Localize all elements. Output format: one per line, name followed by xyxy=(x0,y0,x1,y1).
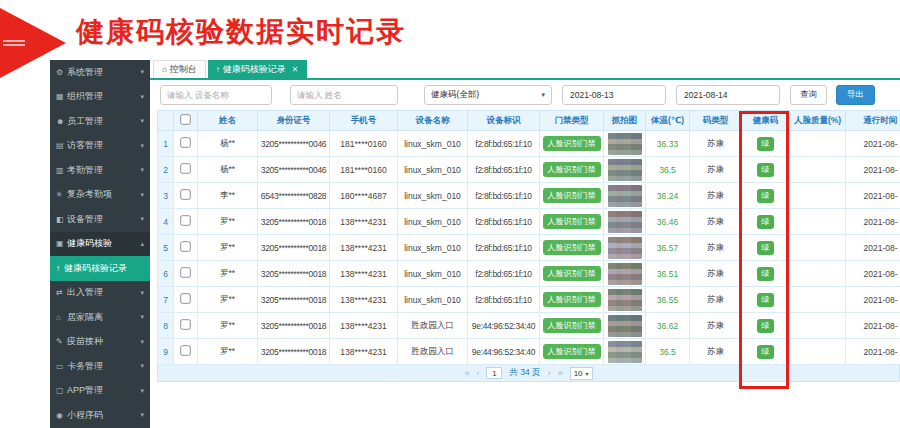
snapshot-image[interactable] xyxy=(608,185,642,207)
health-code-badge[interactable]: 绿 xyxy=(757,345,774,359)
page-size-select[interactable]: 10 ▾ xyxy=(570,367,593,380)
table-row: 1杨**3205**********0046181****0160linux_s… xyxy=(158,131,900,157)
cell-snapshot xyxy=(604,261,646,287)
row-checkbox-cell xyxy=(174,235,198,261)
row-checkbox[interactable] xyxy=(180,163,190,173)
health-code-badge[interactable]: 绿 xyxy=(757,189,774,203)
row-checkbox-cell xyxy=(174,131,198,157)
gate-type-button[interactable]: 人脸识别门禁 xyxy=(543,344,601,359)
last-page-button[interactable]: » xyxy=(558,368,563,378)
health-code-badge[interactable]: 绿 xyxy=(757,293,774,307)
sidebar-item-小程序码[interactable]: ◉小程序码▾ xyxy=(50,403,150,428)
header-通行时间: 通行时间 xyxy=(846,111,900,131)
row-checkbox[interactable] xyxy=(180,345,190,355)
row-checkbox[interactable] xyxy=(180,189,190,199)
row-checkbox[interactable] xyxy=(180,215,190,225)
sidebar-item-居家隔离[interactable]: ⌂居家隔离▾ xyxy=(50,305,150,330)
snapshot-image[interactable] xyxy=(608,289,642,311)
select-all-checkbox[interactable] xyxy=(180,114,190,124)
app-icon: ▢ xyxy=(56,386,67,395)
date-from-input[interactable]: 2021-08-13 xyxy=(562,85,666,105)
device-icon: ◧ xyxy=(56,215,67,224)
sidebar-item-APP管理[interactable]: ▢APP管理▾ xyxy=(50,379,150,404)
cell-id-number: 3205**********0018 xyxy=(258,209,330,235)
tab-health-record[interactable]: ↑ 健康码核验记录 ✕ xyxy=(208,60,307,78)
tab-health-record-label: 健康码核验记录 xyxy=(223,63,286,76)
page-number-input[interactable] xyxy=(486,367,502,379)
sidebar-item-设备管理[interactable]: ◧设备管理▾ xyxy=(50,207,150,232)
search-button[interactable]: 查询 xyxy=(790,85,827,105)
sidebar: ⚙系统管理▾▦组织管理▾☻员工管理▾▤访客管理▾▥考勤管理▾✳复杂考勤项▾◧设备… xyxy=(50,60,150,428)
header-设备标识: 设备标识 xyxy=(468,111,540,131)
person-name-input[interactable] xyxy=(290,85,398,105)
export-button[interactable]: 导出 xyxy=(836,85,875,105)
next-page-button[interactable]: › xyxy=(548,368,551,378)
sidebar-item-label: 出入管理 xyxy=(67,286,140,299)
chevron-up-icon: ▴ xyxy=(140,240,144,248)
gate-type-button[interactable]: 人脸识别门禁 xyxy=(543,214,601,229)
sidebar-item-label: 系统管理 xyxy=(67,66,140,79)
row-checkbox[interactable] xyxy=(180,137,190,147)
page-size-value: 10 xyxy=(574,369,583,378)
health-code-badge[interactable]: 绿 xyxy=(757,267,774,281)
snapshot-image[interactable] xyxy=(608,263,642,285)
snapshot-image[interactable] xyxy=(608,211,642,233)
row-checkbox[interactable] xyxy=(180,267,190,277)
table-row: 2杨**3205**********0046181****0160linux_s… xyxy=(158,157,900,183)
sidebar-item-健康码核验[interactable]: ▣健康码核验▴ xyxy=(50,232,150,257)
first-page-button[interactable]: « xyxy=(464,368,469,378)
row-checkbox[interactable] xyxy=(180,293,190,303)
sidebar-item-出入管理[interactable]: ⇄出入管理▾ xyxy=(50,281,150,306)
cell-id-number: 3205**********0018 xyxy=(258,339,330,365)
header-姓名: 姓名 xyxy=(198,111,258,131)
cell-code-type: 苏康 xyxy=(690,131,742,157)
sidebar-item-label: 员工管理 xyxy=(67,115,140,128)
gate-type-button[interactable]: 人脸识别门禁 xyxy=(543,188,601,203)
sidebar-item-健康码核验记录[interactable]: ↑健康码核验记录 xyxy=(50,256,150,281)
health-code-select[interactable]: 健康码(全部) ▾ xyxy=(424,85,552,105)
prev-page-button[interactable]: ‹ xyxy=(476,368,479,378)
cell-snapshot xyxy=(604,287,646,313)
snapshot-image[interactable] xyxy=(608,341,642,363)
sidebar-item-组织管理[interactable]: ▦组织管理▾ xyxy=(50,85,150,110)
cell-temperature: 36.33 xyxy=(646,131,690,157)
health-code-badge[interactable]: 绿 xyxy=(757,163,774,177)
sidebar-item-复杂考勤项[interactable]: ✳复杂考勤项▾ xyxy=(50,183,150,208)
health-code-select-value: 健康码(全部) xyxy=(431,89,479,101)
gate-type-button[interactable]: 人脸识别门禁 xyxy=(543,162,601,177)
sidebar-item-卡务管理[interactable]: ▭卡务管理▾ xyxy=(50,354,150,379)
row-checkbox[interactable] xyxy=(180,319,190,329)
sidebar-item-考勤管理[interactable]: ▥考勤管理▾ xyxy=(50,158,150,183)
close-icon[interactable]: ✕ xyxy=(292,65,299,74)
gate-type-button[interactable]: 人脸识别门禁 xyxy=(543,292,601,307)
cell-temperature: 36.55 xyxy=(646,287,690,313)
date-to-input[interactable]: 2021-08-14 xyxy=(676,85,780,105)
cell-device-mac: 9e:44:96:52:34:40 xyxy=(468,339,540,365)
gate-type-button[interactable]: 人脸识别门禁 xyxy=(543,266,601,281)
snapshot-image[interactable] xyxy=(608,315,642,337)
sidebar-item-访客管理[interactable]: ▤访客管理▾ xyxy=(50,134,150,159)
device-name-input[interactable] xyxy=(160,85,272,105)
sidebar-item-疫苗接种[interactable]: ✎疫苗接种▾ xyxy=(50,330,150,355)
header-抓拍图: 抓拍图 xyxy=(604,111,646,131)
health-code-badge[interactable]: 绿 xyxy=(757,319,774,333)
cell-code-type: 苏康 xyxy=(690,287,742,313)
row-checkbox[interactable] xyxy=(180,241,190,251)
cell-temperature: 36.57 xyxy=(646,235,690,261)
health-code-badge[interactable]: 绿 xyxy=(757,241,774,255)
cell-face-quality xyxy=(790,209,846,235)
gate-type-button[interactable]: 人脸识别门禁 xyxy=(543,136,601,151)
sidebar-item-系统管理[interactable]: ⚙系统管理▾ xyxy=(50,60,150,85)
snapshot-image[interactable] xyxy=(608,159,642,181)
gate-type-button[interactable]: 人脸识别门禁 xyxy=(543,318,601,333)
health-code-badge[interactable]: 绿 xyxy=(757,137,774,151)
snapshot-image[interactable] xyxy=(608,133,642,155)
cell-gate-type: 人脸识别门禁 xyxy=(540,131,604,157)
snapshot-image[interactable] xyxy=(608,237,642,259)
total-pages-label: 共 34 页 xyxy=(509,367,540,379)
health-code-badge[interactable]: 绿 xyxy=(757,215,774,229)
cell-device-name: linux_skm_010 xyxy=(398,131,468,157)
tab-console[interactable]: ⌂ 控制台 xyxy=(153,60,206,78)
gate-type-button[interactable]: 人脸识别门禁 xyxy=(543,240,601,255)
sidebar-item-员工管理[interactable]: ☻员工管理▾ xyxy=(50,109,150,134)
